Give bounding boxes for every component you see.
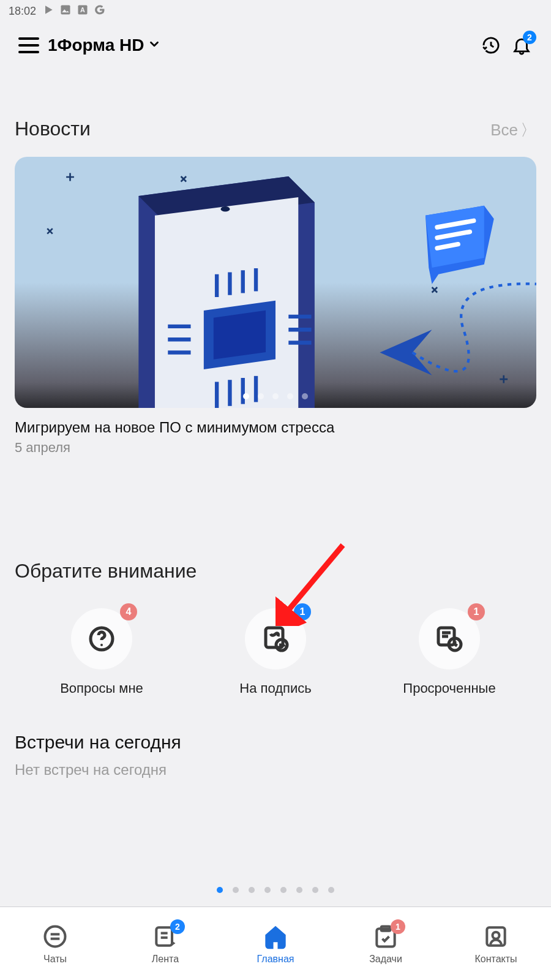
chevron-right-icon: 〉 bbox=[520, 119, 536, 141]
nav-home[interactable]: Главная bbox=[220, 907, 331, 980]
attention-badge: 1 bbox=[468, 603, 485, 620]
nav-chat[interactable]: Чаты bbox=[0, 907, 110, 980]
bell-badge: 2 bbox=[523, 31, 536, 44]
news-illustration bbox=[15, 157, 536, 408]
news-all-link[interactable]: Все 〉 bbox=[490, 119, 536, 141]
sign-icon: 1 bbox=[245, 608, 306, 669]
carousel-dot[interactable] bbox=[287, 393, 293, 399]
carousel-dot[interactable] bbox=[272, 393, 279, 399]
page-dot[interactable] bbox=[217, 887, 223, 893]
contacts-icon bbox=[482, 923, 509, 950]
page-dot[interactable] bbox=[280, 887, 287, 893]
page-dot[interactable] bbox=[264, 887, 271, 893]
attention-label: Просроченные bbox=[403, 680, 495, 696]
home-icon bbox=[262, 923, 289, 950]
nav-label: Главная bbox=[257, 954, 294, 965]
nav-tasks[interactable]: 1Задачи bbox=[331, 907, 441, 980]
nav-feed[interactable]: 2Лента bbox=[110, 907, 220, 980]
meetings-empty-text: Нет встреч на сегодня bbox=[15, 761, 536, 778]
nav-badge: 2 bbox=[170, 919, 185, 934]
news-carousel-dots[interactable] bbox=[15, 393, 536, 399]
history-icon[interactable] bbox=[480, 34, 502, 56]
nav-badge: 1 bbox=[391, 919, 405, 934]
page-dot[interactable] bbox=[233, 887, 239, 893]
svg-rect-0 bbox=[61, 5, 70, 14]
meetings-title: Встречи на сегодня bbox=[15, 732, 536, 753]
attention-label: Вопросы мне bbox=[60, 680, 143, 696]
attention-section-title: Обратите внимание bbox=[15, 560, 197, 582]
page-indicator[interactable] bbox=[0, 887, 551, 893]
question-icon: 4 bbox=[71, 608, 132, 669]
attention-label: На подпись bbox=[239, 680, 311, 696]
svg-text:A: A bbox=[80, 6, 85, 13]
svg-point-30 bbox=[45, 926, 66, 946]
app-bar: 1Форма HD 2 bbox=[0, 22, 551, 69]
carousel-dot[interactable] bbox=[243, 393, 249, 399]
svg-point-39 bbox=[493, 932, 500, 938]
nav-label: Чаты bbox=[43, 954, 67, 965]
menu-icon[interactable] bbox=[18, 37, 39, 53]
feed-icon: 2 bbox=[152, 923, 179, 950]
news-headline: Мигрируем на новое ПО с минимумом стресс… bbox=[15, 419, 536, 436]
app-title-dropdown[interactable]: 1Форма HD bbox=[48, 36, 161, 55]
page-dot[interactable] bbox=[312, 887, 318, 893]
attention-item-question[interactable]: 4Вопросы мне bbox=[34, 608, 169, 696]
overdue-icon: 1 bbox=[419, 608, 480, 669]
chevron-down-icon bbox=[148, 36, 161, 55]
page-dot[interactable] bbox=[328, 887, 334, 893]
image-icon bbox=[59, 4, 72, 19]
app-title-text: 1Форма HD bbox=[48, 36, 144, 55]
nav-label: Лента bbox=[152, 954, 179, 965]
bottom-nav: Чаты2ЛентаГлавная1ЗадачиКонтакты bbox=[0, 907, 551, 980]
status-time: 18:02 bbox=[9, 5, 36, 18]
news-card[interactable] bbox=[15, 157, 536, 408]
svg-rect-5 bbox=[214, 311, 266, 360]
news-date: 5 апреля bbox=[15, 440, 536, 456]
nav-contacts[interactable]: Контакты bbox=[441, 907, 551, 980]
page-dot[interactable] bbox=[249, 887, 255, 893]
attention-item-overdue[interactable]: 1Просроченные bbox=[382, 608, 517, 696]
svg-point-24 bbox=[100, 644, 103, 646]
news-section-title: Новости bbox=[15, 118, 91, 140]
android-status-bar: 18:02 A bbox=[0, 0, 551, 22]
page-dot[interactable] bbox=[296, 887, 302, 893]
notifications-bell-icon[interactable]: 2 bbox=[511, 34, 533, 56]
letter-a-icon: A bbox=[77, 4, 89, 19]
carousel-dot[interactable] bbox=[302, 393, 308, 399]
svg-point-3 bbox=[221, 206, 230, 212]
google-g-icon bbox=[94, 4, 106, 19]
attention-badge: 4 bbox=[120, 603, 137, 620]
carousel-dot[interactable] bbox=[258, 393, 264, 399]
attention-item-sign[interactable]: 1На подпись bbox=[208, 608, 343, 696]
nav-label: Задачи bbox=[369, 954, 402, 965]
attention-badge: 1 bbox=[294, 603, 311, 620]
play-icon bbox=[42, 4, 54, 19]
tasks-icon: 1 bbox=[372, 923, 399, 950]
nav-label: Контакты bbox=[474, 954, 517, 965]
chat-icon bbox=[42, 923, 69, 950]
